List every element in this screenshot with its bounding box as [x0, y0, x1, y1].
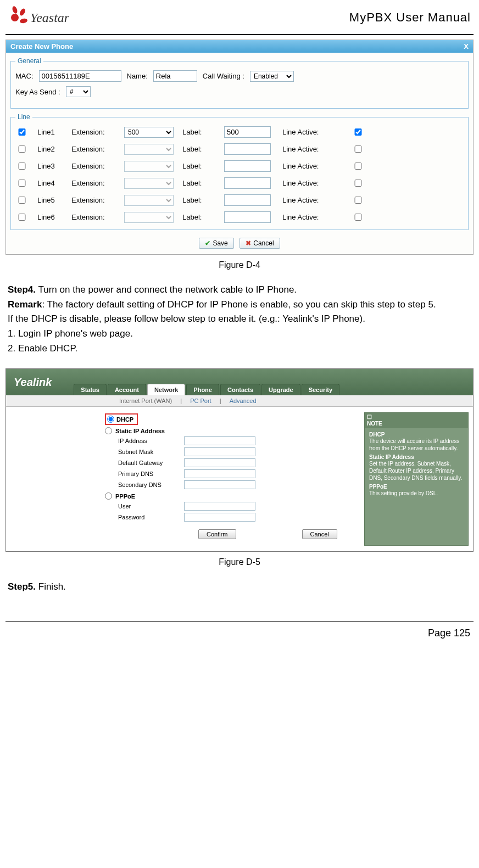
label-label: Label:: [182, 179, 215, 187]
yeastar-logo: Yeastar: [8, 5, 85, 30]
confirm-button[interactable]: Confirm: [198, 529, 236, 539]
line5-enable-checkbox[interactable]: [15, 197, 29, 204]
line3-active-checkbox[interactable]: [352, 163, 365, 170]
line3-name: Line3: [37, 162, 63, 170]
svg-point-3: [19, 18, 27, 24]
line1-label-input[interactable]: [224, 126, 271, 138]
ip-input[interactable]: [184, 436, 255, 445]
cancel-button[interactable]: Cancel: [239, 238, 280, 249]
tab-network[interactable]: Network: [147, 384, 185, 395]
mac-label: MAC:: [15, 72, 34, 80]
yl-cancel-button[interactable]: Cancel: [302, 529, 337, 539]
extension-label: Extension:: [71, 196, 115, 204]
line2-active-checkbox[interactable]: [352, 145, 365, 153]
line3-enable-checkbox[interactable]: [15, 163, 29, 170]
static-option[interactable]: Static IP Address: [105, 427, 359, 434]
line3-extension-select[interactable]: [124, 161, 174, 172]
dhcp-radio[interactable]: [107, 416, 114, 423]
mac-input[interactable]: [39, 70, 121, 82]
password-input[interactable]: [184, 513, 255, 522]
extension-label: Extension:: [71, 145, 115, 153]
yealink-note: ☐ NOTE DHCPThe device will acquire its I…: [364, 412, 469, 546]
tab-account[interactable]: Account: [108, 384, 146, 395]
line4-name: Line4: [37, 179, 63, 187]
extension-label: Extension:: [71, 162, 115, 170]
tab-contacts[interactable]: Contacts: [220, 384, 260, 395]
subnet-input[interactable]: [184, 447, 255, 456]
lineactive-label: Line Active:: [282, 213, 343, 221]
subnav-advanced[interactable]: Advanced: [230, 397, 257, 404]
line-fieldset: Line Line1Extension:500Label:Line Active…: [10, 113, 469, 230]
yealink-subnav: Internet Port (WAN) | PC Port | Advanced: [6, 395, 473, 407]
check-icon: [205, 239, 210, 247]
line-legend: Line: [15, 113, 32, 121]
x-icon: [246, 239, 251, 247]
user-input[interactable]: [184, 502, 255, 511]
tab-status[interactable]: Status: [74, 384, 107, 395]
name-input[interactable]: [153, 70, 197, 82]
body-text: Step4. Turn on the power and connect the…: [5, 283, 474, 355]
line5-active-checkbox[interactable]: [352, 197, 365, 204]
label-label: Label:: [182, 196, 215, 204]
step5-text: Finish.: [36, 581, 66, 592]
line2-enable-checkbox[interactable]: [15, 145, 29, 153]
line1-name: Line1: [37, 128, 63, 136]
note-heading: ☐ NOTE: [365, 413, 468, 428]
figure-d5-caption: Figure D-5: [5, 557, 474, 567]
line6-label-input[interactable]: [224, 211, 271, 223]
extension-label: Extension:: [71, 128, 115, 136]
lineactive-label: Line Active:: [282, 179, 343, 187]
remark-label: Remark: [8, 299, 42, 310]
lineactive-label: Line Active:: [282, 196, 343, 204]
tab-phone[interactable]: Phone: [186, 384, 219, 395]
panel-title: Create New Phone: [10, 42, 73, 51]
line4-extension-select[interactable]: [124, 178, 174, 189]
yealink-tabs: StatusAccountNetworkPhoneContactsUpgrade…: [74, 369, 341, 395]
save-button[interactable]: Save: [199, 238, 233, 249]
line5-label-input[interactable]: [224, 194, 271, 206]
yealink-header: Yealink StatusAccountNetworkPhoneContact…: [6, 369, 473, 395]
step4-label: Step4.: [8, 284, 36, 295]
password-label: Password: [118, 514, 184, 520]
line3-label-input[interactable]: [224, 160, 271, 172]
panel-titlebar: Create New Phone X: [6, 40, 473, 53]
pppoe-radio[interactable]: [105, 492, 112, 500]
line1-extension-select[interactable]: 500: [124, 127, 174, 138]
extension-label: Extension:: [71, 179, 115, 187]
yealink-logo: Yealink: [6, 376, 52, 389]
line2-extension-select[interactable]: [124, 144, 174, 155]
page-header: Yeastar MyPBX User Manual: [5, 0, 474, 35]
subnet-label: Subnet Mask: [118, 449, 184, 455]
callwaiting-label: Call Waiting :: [203, 72, 244, 80]
keyassend-select[interactable]: #: [66, 86, 91, 97]
line6-enable-checkbox[interactable]: [15, 214, 29, 221]
tab-security[interactable]: Security: [302, 384, 339, 395]
subnav-wan[interactable]: Internet Port (WAN): [119, 397, 172, 404]
line6-extension-select[interactable]: [124, 212, 174, 223]
gateway-input[interactable]: [184, 458, 255, 467]
subnav-pcport[interactable]: PC Port: [190, 397, 211, 404]
line4-enable-checkbox[interactable]: [15, 180, 29, 187]
close-icon[interactable]: X: [464, 42, 469, 51]
line2-label-input[interactable]: [224, 143, 271, 155]
label-label: Label:: [182, 213, 215, 221]
line4-active-checkbox[interactable]: [352, 180, 365, 187]
lineactive-label: Line Active:: [282, 162, 343, 170]
line4-label-input[interactable]: [224, 177, 271, 189]
ip-label: IP Address: [118, 438, 184, 444]
doc-title: MyPBX User Manual: [349, 10, 471, 25]
callwaiting-select[interactable]: Enabled: [250, 71, 294, 82]
para-dhcp-disable: If the DHCP is disable, please follow be…: [8, 312, 471, 326]
secdns-input[interactable]: [184, 480, 255, 489]
line2-name: Line2: [37, 145, 63, 153]
pppoe-option[interactable]: PPPoE: [105, 492, 359, 500]
tab-upgrade[interactable]: Upgrade: [261, 384, 300, 395]
pridns-label: Primary DNS: [118, 471, 184, 477]
line5-extension-select[interactable]: [124, 195, 174, 206]
dhcp-option[interactable]: DHCP: [105, 413, 359, 425]
line6-active-checkbox[interactable]: [352, 214, 365, 221]
line1-enable-checkbox[interactable]: [15, 128, 29, 136]
static-radio[interactable]: [105, 427, 112, 434]
line1-active-checkbox[interactable]: [352, 128, 365, 136]
pridns-input[interactable]: [184, 469, 255, 478]
